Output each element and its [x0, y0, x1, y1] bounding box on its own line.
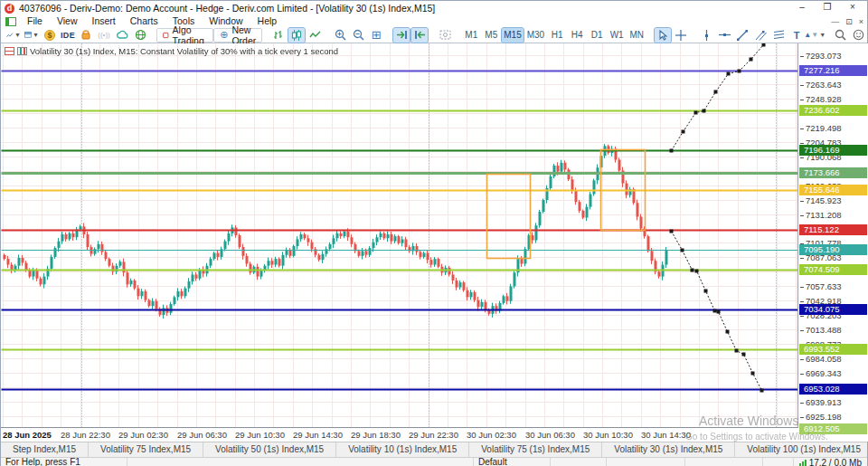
new-order-button[interactable]: ⊕ New Order — [213, 28, 262, 43]
mt5-window: d 40376096 - Deriv-Demo: Demo Account - … — [0, 0, 868, 466]
timeframe-h4[interactable]: H4 — [568, 28, 586, 43]
timeframe-mn[interactable]: MN — [627, 28, 646, 43]
time-tick-label: 28 Jun 22:30 — [61, 430, 110, 440]
price-tick-label: 6939.913 — [800, 397, 842, 407]
price-tick-label: 6925.198 — [800, 412, 842, 422]
text-icon[interactable]: T — [788, 28, 805, 43]
line-chart-icon[interactable] — [307, 28, 323, 43]
metaeditor-button[interactable]: IDE — [60, 28, 76, 43]
time-tick-label: 30 Jun 06:30 — [525, 430, 575, 440]
chart-candles-icon[interactable] — [17, 47, 27, 55]
fibonacci-icon[interactable] — [770, 28, 787, 43]
chart-tab[interactable]: Volatility 10 (1s) Index,M15 — [336, 442, 469, 457]
child-close-icon[interactable]: × — [859, 17, 863, 26]
chart-tab[interactable]: Volatility 30 (1s) Index,M15 — [602, 442, 735, 457]
time-tick-label: 30 Jun 10:30 — [583, 430, 633, 440]
web-terminal-icon[interactable] — [132, 28, 148, 43]
level-price-badge: 7074.509 — [799, 264, 867, 275]
bar-chart-icon[interactable] — [270, 28, 287, 43]
menu-bar: FileViewInsertChartsToolsWindowHelp — ⊡ … — [1, 15, 867, 27]
menu-view[interactable]: View — [50, 15, 85, 26]
price-axis[interactable]: 7293.0737263.6437248.9287219.4987204.783… — [798, 43, 868, 442]
time-tick-label: 28 Jun 2025 — [3, 430, 52, 440]
status-profile[interactable]: Default — [474, 458, 551, 466]
trendline-icon[interactable] — [734, 28, 750, 43]
current-price-badge: 7095.190 — [799, 244, 867, 255]
time-tick-label: 30 Jun 02:30 — [467, 430, 516, 440]
timeframe-w1[interactable]: W1 — [608, 28, 626, 43]
help-icon[interactable] — [850, 28, 866, 43]
algo-trading-button[interactable]: Algo Trading — [156, 28, 213, 43]
close-button[interactable]: × — [840, 1, 865, 14]
price-tick-label: 7057.633 — [800, 281, 842, 291]
menu-charts[interactable]: Charts — [123, 15, 165, 26]
time-tick-label: 29 Jun 18:30 — [351, 430, 401, 440]
screenshot-icon[interactable] — [437, 28, 453, 43]
time-tick-label: 29 Jun 10:30 — [235, 430, 285, 440]
chart-area[interactable]: Volatility 30 (1s) Index, M15: Constant … — [1, 43, 798, 427]
timeframe-m1[interactable]: M1 — [462, 28, 480, 43]
level-price-badge: 7155.646 — [799, 185, 867, 195]
signals-icon: ((•)) — [96, 28, 112, 43]
auto-scroll-icon[interactable] — [411, 28, 428, 43]
search-icon[interactable] — [832, 28, 848, 43]
chart-symbol-icon[interactable] — [5, 47, 14, 55]
chart-tab[interactable]: Volatility 50 (1s) Index,M15 — [203, 442, 336, 457]
timeframe-d1[interactable]: D1 — [588, 28, 606, 43]
tile-windows-icon[interactable]: ⊞ — [368, 28, 384, 43]
menu-file[interactable]: File — [20, 15, 50, 26]
activate-windows-watermark-sub: Go to Settings to activate Windows. — [685, 432, 828, 442]
price-tick-label: 7219.498 — [800, 123, 842, 133]
chart-tab[interactable]: Volatility 75 Index,M15 — [89, 442, 203, 457]
time-tick-label: 29 Jun 14:30 — [293, 430, 343, 440]
menu-insert[interactable]: Insert — [85, 15, 123, 26]
child-restore-icon[interactable]: ⊡ — [845, 17, 853, 26]
time-tick-label: 29 Jun 06:30 — [177, 430, 227, 440]
vertical-line-icon[interactable] — [698, 28, 714, 43]
chart-tab[interactable]: Volatility 100 (1s) Index,M15 — [735, 442, 868, 457]
horizontal-line-icon[interactable] — [716, 28, 732, 43]
chart-tab[interactable]: Step Index,M15 — [1, 442, 89, 457]
deposit-icon[interactable]: $ — [42, 28, 58, 43]
zoom-in-icon[interactable] — [332, 28, 348, 43]
child-minimize-icon[interactable]: — — [831, 17, 839, 26]
timeframe-h1[interactable]: H1 — [548, 28, 566, 43]
time-tick-label: 29 Jun 02:30 — [118, 430, 168, 440]
cloud-icon[interactable] — [114, 28, 130, 43]
shapes-dropdown[interactable]: ▲▼▼ — [807, 28, 823, 43]
chart-tab[interactable]: Volatility 75 (1s) Index,M15 — [469, 442, 602, 457]
app-menu-icon[interactable] — [5, 17, 16, 26]
status-spacer-4 — [685, 458, 763, 466]
status-spacer-3 — [607, 458, 685, 466]
maximize-button[interactable]: ❐ — [815, 1, 840, 14]
level-price-badge: 7034.075 — [799, 304, 867, 315]
status-bar: For Help, press F1 Default 17.2 / 0.0 Mb — [1, 457, 867, 466]
chart-type-dropdown[interactable]: ▼ — [5, 28, 22, 43]
level-price-badge: 7236.602 — [799, 105, 867, 116]
price-tick-label: 7293.073 — [800, 51, 842, 61]
level-price-badge: 6993.552 — [799, 344, 867, 355]
price-tick-label: 7248.928 — [800, 94, 842, 104]
chart-tab-bar: Step Index,M15Volatility 75 Index,M15Vol… — [1, 442, 867, 457]
toolbar: ▼ ▼ $ IDE ((•)) Algo Trading ⊕ New Order — [1, 27, 867, 43]
shift-end-icon[interactable] — [393, 28, 410, 43]
candle-chart-icon[interactable] — [288, 28, 305, 43]
price-tick-label: 6969.343 — [800, 368, 842, 378]
level-price-badge: 7196.169 — [799, 145, 867, 156]
crosshair-icon[interactable] — [673, 28, 689, 43]
level-price-badge: 7115.122 — [799, 224, 867, 235]
timeframe-m30[interactable]: M30 — [525, 28, 546, 43]
timeframe-m15[interactable]: M15 — [502, 28, 523, 43]
zoom-out-icon[interactable] — [350, 28, 366, 43]
chart-canvas[interactable] — [1, 43, 798, 427]
price-tick-label: 7145.923 — [800, 195, 842, 205]
minimize-button[interactable]: – — [789, 1, 815, 14]
cursor-icon[interactable] — [655, 28, 671, 43]
chart-profile-dropdown[interactable]: ▼ — [24, 28, 40, 43]
time-tick-label: 29 Jun 22:30 — [409, 430, 458, 440]
time-axis[interactable]: 28 Jun 202528 Jun 22:3029 Jun 02:3029 Ju… — [1, 427, 798, 442]
market-icon[interactable] — [78, 28, 94, 43]
timeframe-m5[interactable]: M5 — [482, 28, 500, 43]
connection-bars-icon — [799, 459, 807, 466]
channel-icon[interactable] — [752, 28, 769, 43]
